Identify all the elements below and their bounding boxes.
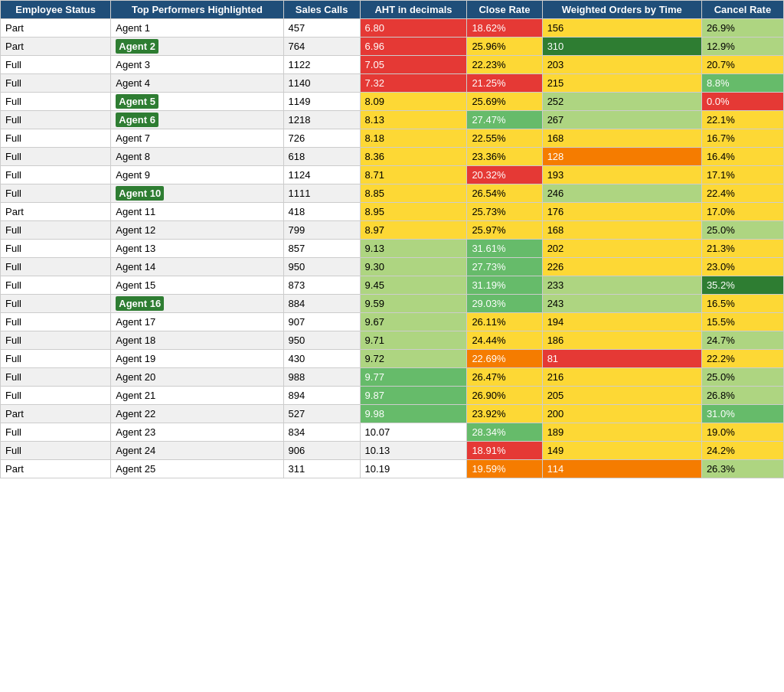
cell-calls: 726: [283, 129, 360, 148]
table-row: FullAgent 86188.3623.36%12816.4%: [1, 148, 784, 166]
cell-status: Part: [1, 405, 111, 423]
cell-aht: 9.30: [360, 258, 467, 276]
cell-calls: 457: [283, 19, 360, 38]
cell-close-rate: 19.59%: [467, 460, 542, 478]
cell-agent: Agent 11: [111, 203, 283, 221]
cell-calls: 906: [283, 442, 360, 460]
table-row: FullAgent 168849.5929.03%24316.5%: [1, 295, 784, 313]
cell-weighted: 194: [542, 313, 701, 331]
cell-cancel-rate: 31.0%: [701, 405, 783, 423]
cell-status: Full: [1, 368, 111, 387]
cell-cancel-rate: 16.4%: [701, 148, 783, 166]
cell-cancel-rate: 24.2%: [701, 442, 783, 460]
cell-calls: 1122: [283, 56, 360, 74]
cell-calls: 884: [283, 295, 360, 313]
cell-aht: 8.13: [360, 111, 467, 129]
cell-status: Full: [1, 387, 111, 405]
cell-status: Part: [1, 19, 111, 38]
cell-cancel-rate: 0.0%: [701, 93, 783, 111]
cell-agent: Agent 24: [111, 442, 283, 460]
table-row: FullAgent 189509.7124.44%18624.7%: [1, 331, 784, 350]
cell-calls: 907: [283, 313, 360, 331]
cell-calls: 311: [283, 460, 360, 478]
table-row: PartAgent 114188.9525.73%17617.0%: [1, 203, 784, 221]
cell-close-rate: 28.34%: [467, 423, 542, 442]
col-header-weighted: Weighted Orders by Time: [542, 1, 701, 19]
cell-status: Full: [1, 240, 111, 258]
cell-weighted: 252: [542, 93, 701, 111]
cell-close-rate: 25.69%: [467, 93, 542, 111]
table-row: FullAgent 411407.3221.25%2158.8%: [1, 74, 784, 93]
cell-status: Full: [1, 166, 111, 184]
table-row: FullAgent 612188.1327.47%26722.1%: [1, 111, 784, 129]
cell-close-rate: 26.54%: [467, 184, 542, 203]
cell-status: Full: [1, 423, 111, 442]
cell-weighted: 267: [542, 111, 701, 129]
cell-agent: Agent 15: [111, 276, 283, 295]
table-row: FullAgent 511498.0925.69%2520.0%: [1, 93, 784, 111]
cell-status: Full: [1, 331, 111, 350]
cell-calls: 430: [283, 350, 360, 368]
cell-cancel-rate: 26.3%: [701, 460, 783, 478]
cell-weighted: 216: [542, 368, 701, 387]
cell-cancel-rate: 26.9%: [701, 19, 783, 38]
table-row: PartAgent 225279.9823.92%20031.0%: [1, 405, 784, 423]
cell-weighted: 128: [542, 148, 701, 166]
cell-aht: 8.09: [360, 93, 467, 111]
cell-calls: 764: [283, 38, 360, 56]
cell-aht: 9.45: [360, 276, 467, 295]
cell-status: Part: [1, 460, 111, 478]
cell-weighted: 310: [542, 38, 701, 56]
cell-calls: 1140: [283, 74, 360, 93]
cell-agent: Agent 22: [111, 405, 283, 423]
cell-cancel-rate: 25.0%: [701, 368, 783, 387]
cell-aht: 8.18: [360, 129, 467, 148]
cell-status: Full: [1, 184, 111, 203]
cell-status: Part: [1, 203, 111, 221]
cell-aht: 9.13: [360, 240, 467, 258]
cell-cancel-rate: 16.5%: [701, 295, 783, 313]
cell-aht: 8.95: [360, 203, 467, 221]
cell-close-rate: 29.03%: [467, 295, 542, 313]
cell-agent: Agent 10: [111, 184, 283, 203]
cell-calls: 799: [283, 221, 360, 240]
table-row: PartAgent 14576.8018.62%15626.9%: [1, 19, 784, 38]
cell-calls: 1124: [283, 166, 360, 184]
cell-calls: 834: [283, 423, 360, 442]
cell-agent: Agent 16: [111, 295, 283, 313]
cell-agent: Agent 21: [111, 387, 283, 405]
cell-close-rate: 18.91%: [467, 442, 542, 460]
cell-aht: 10.07: [360, 423, 467, 442]
cell-agent: Agent 23: [111, 423, 283, 442]
table-row: FullAgent 2490610.1318.91%14924.2%: [1, 442, 784, 460]
cell-calls: 1149: [283, 93, 360, 111]
cell-status: Full: [1, 148, 111, 166]
table-row: FullAgent 194309.7222.69%8122.2%: [1, 350, 784, 368]
table-row: FullAgent 149509.3027.73%22623.0%: [1, 258, 784, 276]
cell-weighted: 186: [542, 331, 701, 350]
cell-aht: 9.59: [360, 295, 467, 313]
cell-agent: Agent 12: [111, 221, 283, 240]
cell-aht: 9.98: [360, 405, 467, 423]
cell-agent: Agent 1: [111, 19, 283, 38]
cell-aht: 9.72: [360, 350, 467, 368]
cell-cancel-rate: 8.8%: [701, 74, 783, 93]
cell-cancel-rate: 12.9%: [701, 38, 783, 56]
cell-status: Full: [1, 74, 111, 93]
cell-aht: 8.97: [360, 221, 467, 240]
cell-agent: Agent 5: [111, 93, 283, 111]
cell-agent: Agent 8: [111, 148, 283, 166]
cell-close-rate: 31.19%: [467, 276, 542, 295]
cell-weighted: 114: [542, 460, 701, 478]
cell-aht: 9.71: [360, 331, 467, 350]
cell-aht: 9.77: [360, 368, 467, 387]
cell-weighted: 189: [542, 423, 701, 442]
col-header-aht: AHT in decimals: [360, 1, 467, 19]
cell-status: Full: [1, 313, 111, 331]
cell-aht: 8.36: [360, 148, 467, 166]
cell-status: Full: [1, 93, 111, 111]
cell-aht: 6.96: [360, 38, 467, 56]
cell-close-rate: 20.32%: [467, 166, 542, 184]
cell-calls: 1218: [283, 111, 360, 129]
cell-status: Full: [1, 350, 111, 368]
